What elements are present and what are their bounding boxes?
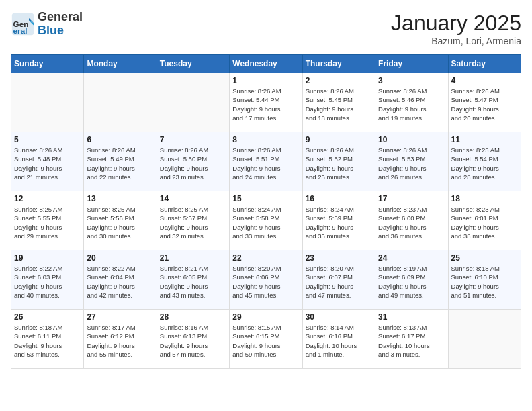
month-title: January 2025 [391,11,521,36]
day-info: Sunrise: 8:26 AM Sunset: 5:48 PM Dayligh… [14,146,81,181]
page-header: Gen eral General Blue January 2025 Bazum… [11,11,521,46]
day-number: 21 [160,253,226,263]
day-info: Sunrise: 8:23 AM Sunset: 6:01 PM Dayligh… [451,205,518,240]
day-number: 18 [451,194,518,203]
day-info: Sunrise: 8:25 AM Sunset: 5:56 PM Dayligh… [87,205,153,240]
weekday-header-thursday: Thursday [302,55,375,73]
weekday-header-sunday: Sunday [11,55,84,73]
week-row-2: 5Sunrise: 8:26 AM Sunset: 5:48 PM Daylig… [11,132,521,191]
day-info: Sunrise: 8:26 AM Sunset: 5:44 PM Dayligh… [232,87,299,122]
day-info: Sunrise: 8:26 AM Sunset: 5:50 PM Dayligh… [160,146,226,181]
calendar-cell [11,73,84,132]
calendar-cell: 27Sunrise: 8:17 AM Sunset: 6:12 PM Dayli… [84,310,157,369]
day-number: 6 [87,135,153,144]
calendar-cell: 1Sunrise: 8:26 AM Sunset: 5:44 PM Daylig… [230,73,302,132]
day-number: 30 [306,312,372,322]
day-number: 3 [378,76,445,85]
calendar-cell: 11Sunrise: 8:25 AM Sunset: 5:54 PM Dayli… [448,132,521,191]
calendar-cell: 24Sunrise: 8:19 AM Sunset: 6:09 PM Dayli… [375,250,448,310]
day-number: 7 [160,135,226,144]
calendar-cell: 30Sunrise: 8:14 AM Sunset: 6:16 PM Dayli… [302,310,375,369]
weekday-header-monday: Monday [84,55,157,73]
week-row-3: 12Sunrise: 8:25 AM Sunset: 5:55 PM Dayli… [11,191,521,250]
calendar-cell: 9Sunrise: 8:26 AM Sunset: 5:52 PM Daylig… [302,132,375,191]
day-info: Sunrise: 8:26 AM Sunset: 5:52 PM Dayligh… [306,146,372,181]
day-number: 8 [232,135,299,144]
day-info: Sunrise: 8:19 AM Sunset: 6:09 PM Dayligh… [378,264,445,300]
logo-text: General Blue [38,11,83,38]
calendar-cell [157,73,229,132]
day-number: 29 [232,312,299,322]
calendar-cell: 6Sunrise: 8:26 AM Sunset: 5:49 PM Daylig… [84,132,157,191]
day-info: Sunrise: 8:22 AM Sunset: 6:03 PM Dayligh… [14,264,81,300]
day-number: 13 [87,194,153,203]
day-info: Sunrise: 8:14 AM Sunset: 6:16 PM Dayligh… [306,323,372,359]
day-number: 14 [160,194,226,203]
logo-general: General [38,11,83,24]
calendar-cell [84,73,157,132]
week-row-1: 1Sunrise: 8:26 AM Sunset: 5:44 PM Daylig… [11,73,521,132]
svg-text:eral: eral [13,26,28,35]
day-number: 10 [378,135,445,144]
day-number: 20 [87,253,153,263]
day-info: Sunrise: 8:24 AM Sunset: 5:58 PM Dayligh… [232,205,299,240]
day-info: Sunrise: 8:24 AM Sunset: 5:59 PM Dayligh… [306,205,372,240]
day-info: Sunrise: 8:16 AM Sunset: 6:13 PM Dayligh… [160,323,226,359]
day-number: 17 [378,194,445,203]
location: Bazum, Lori, Armenia [391,36,521,46]
calendar-cell: 26Sunrise: 8:18 AM Sunset: 6:11 PM Dayli… [11,310,84,369]
day-number: 26 [14,312,81,322]
day-number: 24 [378,253,445,263]
weekday-header-friday: Friday [375,55,448,73]
day-info: Sunrise: 8:22 AM Sunset: 6:04 PM Dayligh… [87,264,153,300]
calendar-table: SundayMondayTuesdayWednesdayThursdayFrid… [11,54,521,369]
day-number: 25 [451,253,518,263]
day-number: 31 [378,312,445,322]
day-info: Sunrise: 8:25 AM Sunset: 5:57 PM Dayligh… [160,205,226,240]
day-info: Sunrise: 8:26 AM Sunset: 5:46 PM Dayligh… [378,87,445,122]
day-number: 5 [14,135,81,144]
week-row-5: 26Sunrise: 8:18 AM Sunset: 6:11 PM Dayli… [11,310,521,369]
day-number: 9 [306,135,372,144]
day-number: 2 [306,76,372,85]
day-number: 1 [232,76,299,85]
day-info: Sunrise: 8:26 AM Sunset: 5:53 PM Dayligh… [378,146,445,181]
day-number: 22 [232,253,299,263]
day-number: 16 [306,194,372,203]
calendar-cell: 18Sunrise: 8:23 AM Sunset: 6:01 PM Dayli… [448,191,521,250]
calendar-cell: 14Sunrise: 8:25 AM Sunset: 5:57 PM Dayli… [157,191,229,250]
day-number: 19 [14,253,81,263]
calendar-cell: 7Sunrise: 8:26 AM Sunset: 5:50 PM Daylig… [157,132,229,191]
calendar-cell: 10Sunrise: 8:26 AM Sunset: 5:53 PM Dayli… [375,132,448,191]
week-row-4: 19Sunrise: 8:22 AM Sunset: 6:03 PM Dayli… [11,250,521,310]
weekday-header-row: SundayMondayTuesdayWednesdayThursdayFrid… [11,55,521,73]
day-number: 12 [14,194,81,203]
logo-icon: Gen eral [11,12,35,36]
calendar-cell: 28Sunrise: 8:16 AM Sunset: 6:13 PM Dayli… [157,310,229,369]
day-info: Sunrise: 8:26 AM Sunset: 5:51 PM Dayligh… [232,146,299,181]
day-info: Sunrise: 8:26 AM Sunset: 5:45 PM Dayligh… [306,87,372,122]
calendar-cell: 13Sunrise: 8:25 AM Sunset: 5:56 PM Dayli… [84,191,157,250]
day-info: Sunrise: 8:20 AM Sunset: 6:07 PM Dayligh… [306,264,372,300]
calendar-cell: 21Sunrise: 8:21 AM Sunset: 6:05 PM Dayli… [157,250,229,310]
day-number: 11 [451,135,518,144]
calendar-cell: 20Sunrise: 8:22 AM Sunset: 6:04 PM Dayli… [84,250,157,310]
day-info: Sunrise: 8:21 AM Sunset: 6:05 PM Dayligh… [160,264,226,300]
day-number: 27 [87,312,153,322]
calendar-cell: 16Sunrise: 8:24 AM Sunset: 5:59 PM Dayli… [302,191,375,250]
calendar-cell [448,310,521,369]
day-info: Sunrise: 8:23 AM Sunset: 6:00 PM Dayligh… [378,205,445,240]
day-info: Sunrise: 8:17 AM Sunset: 6:12 PM Dayligh… [87,323,153,359]
title-block: January 2025 Bazum, Lori, Armenia [391,11,521,46]
day-info: Sunrise: 8:18 AM Sunset: 6:10 PM Dayligh… [451,264,518,300]
calendar-cell: 31Sunrise: 8:13 AM Sunset: 6:17 PM Dayli… [375,310,448,369]
calendar-cell: 12Sunrise: 8:25 AM Sunset: 5:55 PM Dayli… [11,191,84,250]
day-info: Sunrise: 8:26 AM Sunset: 5:47 PM Dayligh… [451,87,518,122]
weekday-header-saturday: Saturday [448,55,521,73]
day-info: Sunrise: 8:13 AM Sunset: 6:17 PM Dayligh… [378,323,445,359]
calendar-cell: 29Sunrise: 8:15 AM Sunset: 6:15 PM Dayli… [230,310,302,369]
day-info: Sunrise: 8:25 AM Sunset: 5:54 PM Dayligh… [451,146,518,181]
calendar-cell: 17Sunrise: 8:23 AM Sunset: 6:00 PM Dayli… [375,191,448,250]
calendar-cell: 5Sunrise: 8:26 AM Sunset: 5:48 PM Daylig… [11,132,84,191]
logo: Gen eral General Blue [11,11,83,38]
